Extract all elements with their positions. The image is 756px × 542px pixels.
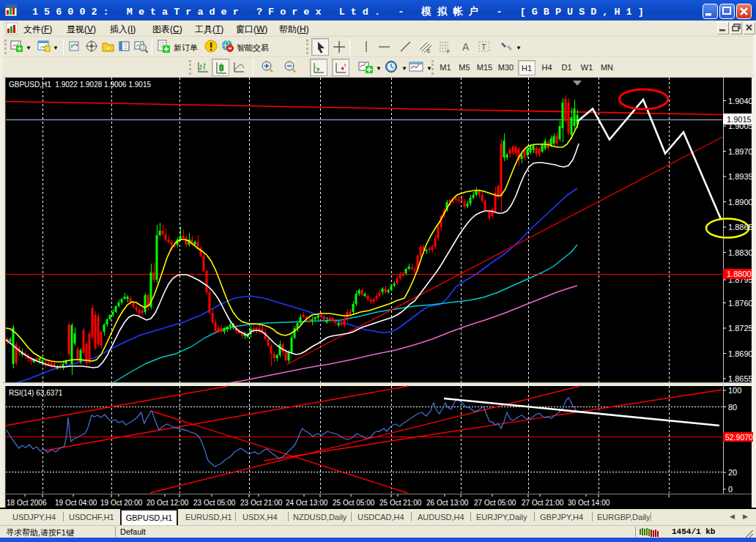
svg-text:A: A bbox=[462, 41, 470, 53]
svg-text:18 Oct 2006: 18 Oct 2006 bbox=[7, 499, 47, 507]
svg-text:1.8900: 1.8900 bbox=[728, 198, 753, 207]
svg-text:27 Oct 05:00: 27 Oct 05:00 bbox=[474, 499, 516, 507]
svg-text:25 Oct 05:00: 25 Oct 05:00 bbox=[333, 499, 375, 507]
svg-text:GBPUSD,H1 1.9022 1.9028 1.900: GBPUSD,H1 1.9022 1.9028 1.9006 1.9015 bbox=[9, 81, 151, 89]
svg-text:19 Oct 20:00: 19 Oct 20:00 bbox=[100, 499, 143, 507]
svg-text:RSI(14) 63,6371: RSI(14) 63,6371 bbox=[9, 389, 63, 397]
svg-text:20 Oct 12:00: 20 Oct 12:00 bbox=[147, 499, 189, 507]
svg-text:80: 80 bbox=[728, 403, 737, 412]
svg-text:1.8865: 1.8865 bbox=[728, 223, 753, 231]
svg-text:1.8830: 1.8830 bbox=[728, 248, 753, 257]
svg-text:1.9015: 1.9015 bbox=[727, 115, 752, 124]
svg-text:1.8970: 1.8970 bbox=[728, 147, 753, 156]
svg-text:23 Oct 05:00: 23 Oct 05:00 bbox=[193, 499, 236, 507]
svg-text:20: 20 bbox=[728, 468, 737, 477]
svg-text:1.8690: 1.8690 bbox=[728, 349, 753, 358]
svg-text:19 Oct 04:00: 19 Oct 04:00 bbox=[55, 499, 97, 507]
svg-text:1.8760: 1.8760 bbox=[728, 299, 753, 308]
svg-text:30 Oct 14:00: 30 Oct 14:00 bbox=[568, 499, 610, 507]
svg-text:F: F bbox=[447, 49, 450, 54]
svg-text:1.9040: 1.9040 bbox=[728, 97, 753, 105]
svg-text:1.8655: 1.8655 bbox=[728, 374, 753, 383]
svg-text:1.8935: 1.8935 bbox=[728, 172, 753, 181]
svg-text:0: 0 bbox=[728, 485, 733, 494]
svg-text:23 Oct 21:00: 23 Oct 21:00 bbox=[240, 499, 283, 507]
svg-text:T: T bbox=[481, 42, 486, 51]
svg-text:27 Oct 21:00: 27 Oct 21:00 bbox=[522, 499, 564, 507]
svg-text:E: E bbox=[427, 48, 431, 53]
svg-text:1.8800: 1.8800 bbox=[727, 270, 752, 278]
svg-text:24 Oct 13:00: 24 Oct 13:00 bbox=[286, 499, 328, 507]
svg-text:1.8725: 1.8725 bbox=[728, 324, 753, 333]
svg-text:26 Oct 13:00: 26 Oct 13:00 bbox=[426, 499, 469, 507]
svg-text:52.9070: 52.9070 bbox=[725, 433, 753, 442]
svg-text:100: 100 bbox=[728, 386, 741, 395]
svg-text:25 Oct 21:00: 25 Oct 21:00 bbox=[379, 499, 422, 507]
